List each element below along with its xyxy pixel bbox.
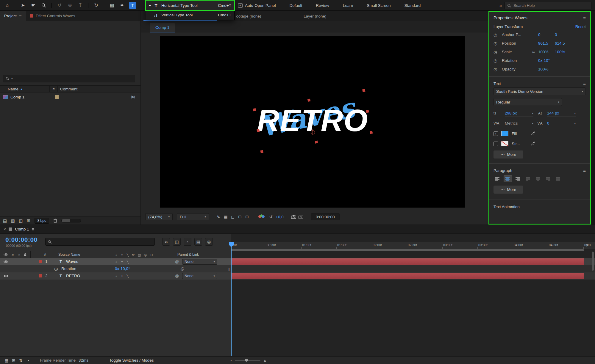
layer-color-chip[interactable] bbox=[39, 274, 42, 277]
home-icon[interactable]: ⌂ bbox=[4, 2, 11, 9]
shy-switch-icon[interactable]: ♁ bbox=[115, 260, 117, 263]
magnification-dropdown[interactable]: (74,8%) ▾ bbox=[145, 213, 173, 220]
selection-handle[interactable] bbox=[260, 150, 263, 153]
close-panel-icon[interactable]: × bbox=[4, 227, 6, 232]
pen-tool-icon[interactable]: ✒ bbox=[119, 2, 126, 9]
layer-row-retro[interactable]: 2 T RETRO ♁ ✦ ╲ @ None ▾ bbox=[0, 272, 231, 280]
comp-crumb-tab[interactable]: Comp 1 bbox=[150, 23, 175, 32]
font-family-dropdown[interactable]: South Paris Demo Version ▾ bbox=[494, 87, 586, 95]
panel-menu-icon[interactable]: ≡ bbox=[583, 15, 586, 21]
composition-canvas[interactable]: Waves RETRO bbox=[160, 36, 465, 208]
scale-y-value[interactable]: 100% bbox=[555, 50, 571, 54]
pickwhip-icon[interactable]: @ bbox=[180, 266, 185, 271]
shy-switch-icon[interactable]: ♁ bbox=[115, 274, 117, 278]
workspace-learn[interactable]: Learn bbox=[343, 3, 353, 8]
project-bit-depth[interactable]: 8 bpc bbox=[35, 218, 49, 224]
hide-shy-icon[interactable]: ♁ bbox=[184, 238, 191, 246]
font-style-dropdown[interactable]: Regular ▾ bbox=[494, 98, 562, 106]
position-x-value[interactable]: 961,5 bbox=[538, 41, 555, 46]
rotation-property-value[interactable]: 0x-10,0° bbox=[115, 266, 130, 271]
section-menu-icon[interactable]: ≡ bbox=[583, 168, 586, 173]
expand-inout-icon[interactable]: ⇅ bbox=[17, 357, 24, 364]
selection-handle[interactable] bbox=[257, 129, 260, 132]
dolly-camera-tool-icon[interactable]: ↧ bbox=[77, 2, 84, 9]
rotation-property-label[interactable]: Rotation bbox=[61, 266, 76, 271]
selection-handle[interactable] bbox=[366, 110, 369, 113]
marker-bin-icon[interactable]: ⚑ bbox=[586, 243, 589, 247]
fill-eyedropper-icon[interactable] bbox=[531, 131, 535, 136]
orbit-camera-tool-icon[interactable]: ↺ bbox=[56, 2, 63, 9]
stroke-checkbox[interactable] bbox=[494, 142, 498, 146]
collapse-switch-icon[interactable]: ✦ bbox=[121, 274, 123, 278]
pan-camera-tool-icon[interactable]: ⊕ bbox=[66, 2, 74, 9]
selection-handle[interactable] bbox=[253, 108, 256, 111]
project-search-input[interactable] bbox=[15, 76, 132, 81]
collapse-switch-icon[interactable]: ✦ bbox=[121, 260, 123, 264]
zoom-in-mountain-icon[interactable]: ▲ bbox=[263, 358, 267, 363]
tracking-dropdown[interactable]: 0 ▾ bbox=[547, 120, 576, 127]
work-area-bar[interactable] bbox=[231, 249, 584, 251]
fast-preview-icon[interactable]: ↯ bbox=[215, 213, 222, 220]
scale-x-value[interactable]: 100% bbox=[538, 50, 555, 54]
parent-dropdown[interactable]: None ▾ bbox=[182, 259, 217, 265]
section-menu-icon[interactable]: ≡ bbox=[583, 81, 586, 86]
motion-blur-icon[interactable]: ◎ bbox=[205, 238, 213, 246]
anchor-y-value[interactable]: 0 bbox=[555, 32, 571, 37]
zoom-out-mountain-icon[interactable]: ▲ bbox=[230, 359, 232, 362]
flowchart-icon[interactable]: ⋈ bbox=[131, 94, 135, 100]
rotation-value[interactable]: 0x-10° bbox=[538, 58, 555, 63]
justify-last-right-button[interactable] bbox=[544, 175, 552, 182]
reset-exposure-icon[interactable]: ↺ bbox=[267, 213, 274, 220]
frame-blending-icon[interactable]: ▤ bbox=[194, 238, 202, 246]
text-more-button[interactable]: ••• More bbox=[494, 150, 523, 159]
draft-3d-icon[interactable]: ◫ bbox=[173, 238, 181, 246]
layer-switches[interactable]: ♁ ✦ ╲ bbox=[115, 258, 129, 265]
toggle-switches-modes-button[interactable]: Toggle Switches / Modes bbox=[109, 358, 154, 363]
eye-toggle-icon[interactable] bbox=[4, 274, 8, 277]
paragraph-more-button[interactable]: ••• More bbox=[494, 186, 523, 194]
zoom-slider-track[interactable] bbox=[235, 360, 260, 361]
layer-name[interactable]: RETRO bbox=[66, 274, 80, 278]
layer-duration-bar-waves[interactable] bbox=[231, 258, 584, 265]
workspace-review[interactable]: Review bbox=[316, 3, 329, 8]
zoom-slider-knob[interactable] bbox=[245, 359, 248, 362]
label-color-chip[interactable] bbox=[55, 95, 59, 99]
layer-name[interactable]: Waves bbox=[66, 259, 78, 264]
show-snapshot-icon[interactable] bbox=[297, 213, 304, 220]
pickwhip-icon[interactable]: @ bbox=[175, 259, 179, 264]
panel-menu-icon[interactable]: ≡ bbox=[19, 13, 22, 18]
expand-render-icon[interactable]: ▦ bbox=[3, 357, 10, 364]
help-search-input[interactable] bbox=[513, 3, 589, 8]
justify-all-button[interactable] bbox=[554, 175, 563, 182]
leading-dropdown[interactable]: 144 px ▾ bbox=[547, 110, 576, 117]
reset-link[interactable]: Reset bbox=[575, 24, 586, 29]
exposure-value[interactable]: +0,0 bbox=[276, 215, 284, 219]
tab-layer[interactable]: Layer (none) bbox=[304, 11, 327, 21]
stopwatch-icon[interactable]: ◷ bbox=[54, 266, 58, 271]
mini-flowchart-icon[interactable]: ≋ bbox=[162, 238, 170, 246]
resolution-dropdown[interactable]: Full ▾ bbox=[177, 213, 209, 220]
column-source-name-label[interactable]: Source Name bbox=[58, 252, 80, 257]
channel-color-icon[interactable] bbox=[258, 214, 265, 219]
parent-dropdown[interactable]: None ▾ bbox=[182, 273, 217, 279]
position-y-value[interactable]: 614,5 bbox=[555, 41, 571, 46]
transparency-grid-icon[interactable]: ▦ bbox=[222, 213, 229, 220]
font-size-dropdown[interactable]: 298 px ▾ bbox=[505, 110, 533, 117]
hand-tool-icon[interactable]: ☛ bbox=[30, 2, 37, 9]
quality-switch-icon[interactable]: ╲ bbox=[127, 274, 129, 278]
align-center-button[interactable] bbox=[504, 175, 512, 182]
timeline-comp-tab[interactable]: Comp 1 bbox=[15, 227, 29, 231]
selection-handle[interactable] bbox=[315, 140, 318, 143]
timeline-search-box[interactable] bbox=[45, 238, 155, 246]
fill-color-swatch[interactable] bbox=[502, 131, 508, 136]
interpret-footage-icon[interactable]: ⊞ bbox=[27, 218, 30, 223]
shape-tool-icon[interactable]: ▨ bbox=[108, 2, 115, 9]
preview-time-display[interactable]: 0:00:00:00 bbox=[311, 213, 340, 220]
justify-last-center-button[interactable] bbox=[534, 175, 542, 182]
zoom-tool-icon[interactable] bbox=[40, 2, 47, 9]
opacity-value[interactable]: 100% bbox=[538, 67, 555, 71]
workspace-small-screen[interactable]: Small Screen bbox=[367, 3, 391, 8]
quality-switch-icon[interactable]: ╲ bbox=[127, 260, 129, 264]
kerning-dropdown[interactable]: Metrics ▾ bbox=[505, 120, 533, 127]
column-parent-link-label[interactable]: Parent & Link bbox=[177, 252, 199, 257]
